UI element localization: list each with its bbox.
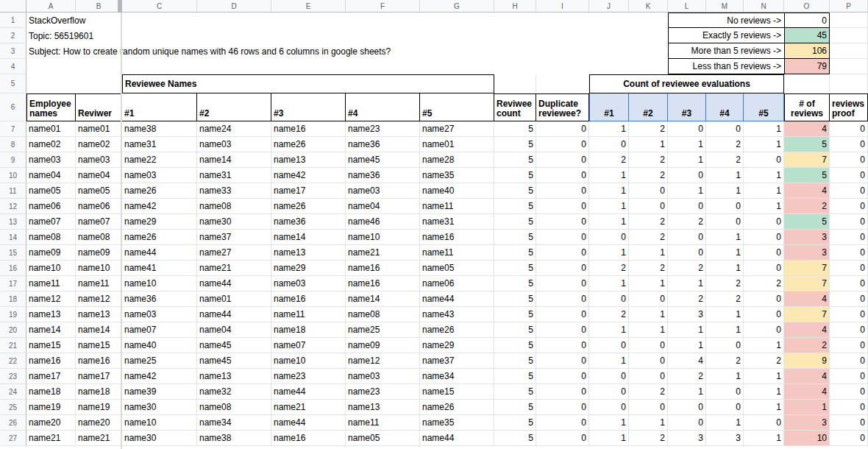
legend-value-2[interactable]: 45 [784, 28, 830, 43]
column-header-A[interactable]: A [26, 0, 76, 13]
cell-B24[interactable]: name18 [76, 384, 122, 400]
cell-N21[interactable]: 1 [744, 338, 784, 353]
cell-I5[interactable] [536, 74, 589, 93]
cell-M18[interactable]: 2 [706, 291, 744, 307]
cell-P22[interactable]: 0 [830, 353, 868, 369]
row-header-27[interactable]: 27 [0, 431, 26, 446]
row-header-12[interactable]: 12 [0, 199, 26, 214]
cell-F8[interactable]: name36 [346, 137, 420, 152]
cell-H8[interactable]: 5 [494, 137, 536, 152]
cell-L17[interactable]: 1 [668, 276, 706, 291]
cell-O10[interactable]: 5 [784, 168, 830, 183]
cell-F13[interactable]: name46 [346, 214, 420, 230]
header-reviewee-col-3[interactable]: #3 [271, 93, 346, 121]
cell-O16[interactable]: 7 [784, 261, 830, 276]
cell-N20[interactable]: 0 [744, 322, 784, 338]
cell-N7[interactable]: 1 [744, 121, 784, 137]
cell-I14[interactable]: 0 [536, 230, 589, 245]
cell-I17[interactable]: 0 [536, 276, 589, 291]
cell-C22[interactable]: name25 [122, 353, 197, 369]
row-header-16[interactable]: 16 [0, 261, 26, 276]
cell-H25[interactable]: 5 [494, 400, 536, 415]
cell-G26[interactable]: name35 [420, 415, 494, 431]
cell-B16[interactable]: name10 [76, 261, 122, 276]
cell-L18[interactable]: 2 [668, 291, 706, 307]
cell-P26[interactable]: 0 [830, 415, 868, 431]
cell-A4[interactable] [26, 59, 668, 74]
cell-M14[interactable]: 1 [706, 230, 744, 245]
cell-P19[interactable]: 0 [830, 307, 868, 322]
column-header-I[interactable]: I [536, 0, 589, 13]
cell-E21[interactable]: name07 [271, 338, 346, 353]
cell-P17[interactable]: 0 [830, 276, 868, 291]
cell-K15[interactable]: 1 [629, 245, 668, 261]
cell-A3[interactable]: Subject: How to create random unique nam… [26, 43, 668, 59]
cell-G23[interactable]: name34 [420, 369, 494, 384]
legend-label-1[interactable]: No reviews -> [668, 13, 784, 28]
cell-I22[interactable]: 0 [536, 353, 589, 369]
cell-O19[interactable]: 7 [784, 307, 830, 322]
cell-B22[interactable]: name16 [76, 353, 122, 369]
cell-C23[interactable]: name42 [122, 369, 197, 384]
cell-H22[interactable]: 5 [494, 353, 536, 369]
cell-D17[interactable]: name44 [197, 276, 271, 291]
cell-D27[interactable]: name38 [197, 431, 271, 446]
cell-J9[interactable]: 2 [589, 152, 629, 168]
cell-L24[interactable]: 1 [668, 384, 706, 400]
cell-I21[interactable]: 0 [536, 338, 589, 353]
cell-N26[interactable]: 0 [744, 415, 784, 431]
cell-G27[interactable]: name44 [420, 431, 494, 446]
cell-G16[interactable]: name05 [420, 261, 494, 276]
cell-B26[interactable]: name20 [76, 415, 122, 431]
row-header-7[interactable]: 7 [0, 121, 26, 137]
cell-O11[interactable]: 4 [784, 183, 830, 199]
cell-N15[interactable]: 0 [744, 245, 784, 261]
cell-K16[interactable]: 2 [629, 261, 668, 276]
cell-G22[interactable]: name37 [420, 353, 494, 369]
header-eval-col-5[interactable]: #5 [744, 93, 784, 121]
cell-J13[interactable]: 1 [589, 214, 629, 230]
cell-L25[interactable]: 0 [668, 400, 706, 415]
header-duplicate-reviewee[interactable]: Duplicate reviewee? [536, 93, 589, 121]
cell-I20[interactable]: 0 [536, 322, 589, 338]
cell-C16[interactable]: name41 [122, 261, 197, 276]
cell-O7[interactable]: 4 [784, 121, 830, 137]
cell-P1[interactable] [830, 13, 868, 28]
cell-H16[interactable]: 5 [494, 261, 536, 276]
cell-A12[interactable]: name06 [26, 199, 76, 214]
cell-D20[interactable]: name04 [197, 322, 271, 338]
column-header-M[interactable]: M [706, 0, 744, 13]
cell-H7[interactable]: 5 [494, 121, 536, 137]
cell-L13[interactable]: 2 [668, 214, 706, 230]
header-employee-names[interactable]: Employee names [26, 93, 76, 121]
cell-N10[interactable]: 1 [744, 168, 784, 183]
cell-B10[interactable]: name04 [76, 168, 122, 183]
cell-A23[interactable]: name17 [26, 369, 76, 384]
header-reviews-proof[interactable]: reviews proof [830, 93, 868, 121]
cell-E20[interactable]: name18 [271, 322, 346, 338]
cell-K26[interactable]: 1 [629, 415, 668, 431]
cell-M12[interactable]: 0 [706, 199, 744, 214]
cell-G17[interactable]: name06 [420, 276, 494, 291]
cell-D9[interactable]: name14 [197, 152, 271, 168]
cell-D26[interactable]: name34 [197, 415, 271, 431]
cell-F27[interactable]: name05 [346, 431, 420, 446]
cell-M22[interactable]: 2 [706, 353, 744, 369]
cell-O18[interactable]: 4 [784, 291, 830, 307]
cell-M21[interactable]: 0 [706, 338, 744, 353]
cell-P18[interactable]: 0 [830, 291, 868, 307]
cell-J7[interactable]: 1 [589, 121, 629, 137]
cell-M19[interactable]: 1 [706, 307, 744, 322]
cell-C17[interactable]: name10 [122, 276, 197, 291]
cell-M25[interactable]: 0 [706, 400, 744, 415]
column-header-D[interactable]: D [197, 0, 271, 13]
cell-D11[interactable]: name33 [197, 183, 271, 199]
cell-C8[interactable]: name31 [122, 137, 197, 152]
column-header-J[interactable]: J [589, 0, 629, 13]
cell-I9[interactable]: 0 [536, 152, 589, 168]
cell-E23[interactable]: name23 [271, 369, 346, 384]
cell-O25[interactable]: 1 [784, 400, 830, 415]
row-header-11[interactable]: 11 [0, 183, 26, 199]
cell-N18[interactable]: 0 [744, 291, 784, 307]
cell-H24[interactable]: 5 [494, 384, 536, 400]
